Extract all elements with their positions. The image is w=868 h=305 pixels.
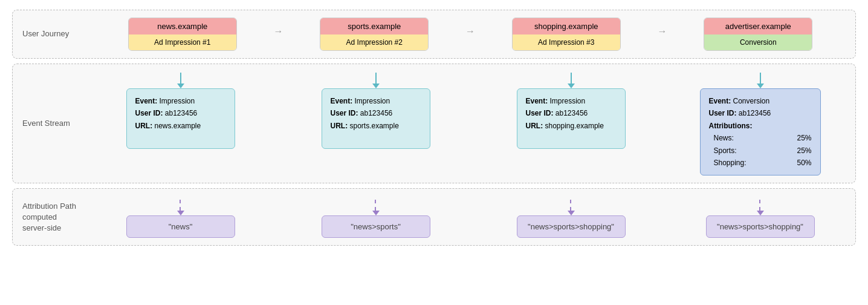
journey-event-2: Ad Impression #2 (320, 34, 428, 50)
journey-site-2: sports.example (320, 18, 428, 34)
event-step-2: Event: Impression User ID: ab123456 URL:… (290, 71, 461, 175)
event-3-event: Event: Impression (526, 95, 617, 107)
event-box-2: Event: Impression User ID: ab123456 URL:… (322, 88, 430, 149)
attrib-step-4: "news>sports>shopping" (675, 196, 846, 238)
journey-event-1: Ad Impression #1 (129, 34, 236, 50)
journey-step-2: sports.example Ad Impression #2 (287, 18, 462, 51)
diagram: User Journey news.example Ad Impression … (0, 0, 868, 260)
event-step-1: Event: Impression User ID: ab123456 URL:… (95, 71, 266, 175)
event-1-url: URL: news.example (135, 120, 226, 132)
journey-box-4: advertiser.example Conversion (704, 18, 812, 51)
attrib-step-3: "news>sports>shopping" (485, 196, 656, 238)
attrib-box-1: "news" (126, 215, 235, 238)
event-2-userid: User ID: ab123456 (331, 107, 421, 119)
event-box-4: Event: Conversion User ID: ab123456 Attr… (700, 88, 821, 175)
event-step-4: Event: Conversion User ID: ab123456 Attr… (675, 71, 846, 175)
event-4-attributions-label: Attributions: (709, 120, 812, 132)
event-3-url: URL: shopping.example (526, 120, 617, 132)
event-4-sports: Sports:25% (709, 145, 812, 157)
event-4-news: News:25% (709, 132, 812, 144)
journey-event-4: Conversion (704, 34, 812, 50)
journey-box-1: news.example Ad Impression #1 (128, 18, 237, 51)
purple-arrow-2 (372, 198, 380, 215)
attrib-step-2: "news>sports" (290, 196, 461, 238)
attrib-step-1: "news" (95, 196, 266, 238)
journey-event-3: Ad Impression #3 (513, 34, 620, 50)
event-2-url: URL: sports.example (331, 120, 421, 132)
event-step-3: Event: Impression User ID: ab123456 URL:… (485, 71, 656, 175)
journey-step-3: shopping.example Ad Impression #3 (479, 18, 654, 51)
event-content: Event: Impression User ID: ab123456 URL:… (95, 71, 846, 175)
attribution-section: Attribution Path computed server-side "n… (12, 188, 856, 246)
journey-arrow-3: → (654, 26, 671, 43)
attribution-label: Attribution Path computed server-side (22, 196, 95, 238)
journey-site-3: shopping.example (513, 18, 620, 34)
attribution-content: "news" "news>sports" "news>sports>shoppi… (95, 196, 846, 238)
journey-site-1: news.example (129, 18, 236, 34)
event-1-userid: User ID: ab123456 (135, 107, 226, 119)
teal-arrow-1 (177, 71, 184, 88)
user-journey-label: User Journey (22, 18, 95, 51)
attrib-box-2: "news>sports" (322, 215, 430, 238)
attrib-box-3: "news>sports>shopping" (517, 215, 626, 238)
event-box-3: Event: Impression User ID: ab123456 URL:… (517, 88, 626, 149)
attrib-box-4: "news>sports>shopping" (706, 215, 815, 238)
purple-arrow-1 (177, 198, 184, 215)
event-4-event: Event: Conversion (709, 95, 812, 107)
event-4-shopping: Shopping:50% (709, 157, 812, 169)
teal-arrow-2 (372, 71, 380, 88)
journey-site-4: advertiser.example (704, 18, 812, 34)
event-4-userid: User ID: ab123456 (709, 107, 812, 119)
spacer-2 (461, 71, 485, 175)
teal-arrow-3 (568, 71, 575, 88)
journey-step-1: news.example Ad Impression #1 (95, 18, 270, 51)
purple-arrow-4 (757, 198, 764, 215)
journey-arrow-1: → (270, 26, 287, 43)
event-stream-section: Event Stream Event: Impression User ID: … (12, 64, 856, 183)
spacer-1 (266, 71, 290, 175)
journey-content: news.example Ad Impression #1 → sports.e… (95, 18, 846, 51)
event-stream-label: Event Stream (22, 71, 95, 175)
teal-arrow-4 (757, 71, 764, 88)
journey-step-4: advertiser.example Conversion (671, 18, 846, 51)
event-box-1: Event: Impression User ID: ab123456 URL:… (126, 88, 235, 149)
journey-box-3: shopping.example Ad Impression #3 (512, 18, 621, 51)
event-2-event: Event: Impression (331, 95, 421, 107)
journey-box-2: sports.example Ad Impression #2 (320, 18, 429, 51)
purple-arrow-3 (568, 198, 575, 215)
event-3-userid: User ID: ab123456 (526, 107, 617, 119)
user-journey-section: User Journey news.example Ad Impression … (12, 10, 856, 59)
journey-arrow-2: → (462, 26, 479, 43)
spacer-3 (656, 71, 675, 175)
event-1-event: Event: Impression (135, 95, 226, 107)
